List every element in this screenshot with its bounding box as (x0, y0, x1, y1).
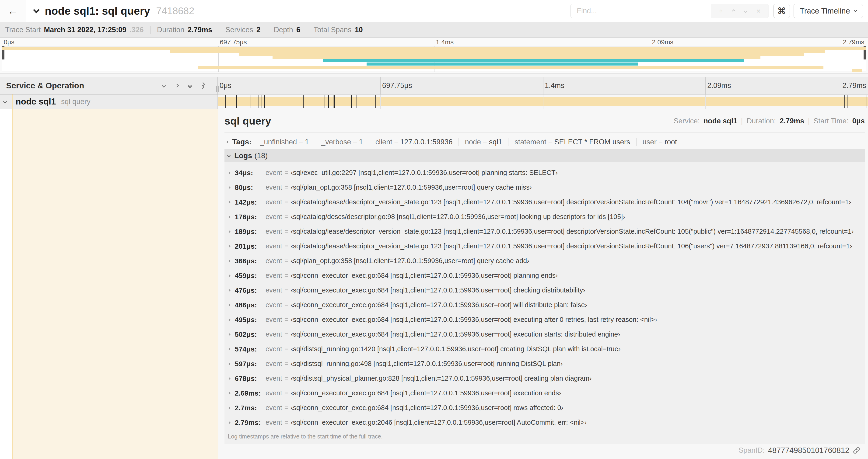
expand-log-icon (228, 377, 230, 380)
log-entry[interactable]: 80μs:event=‹sql/plan_opt.go:358 [nsql1,c… (224, 180, 865, 195)
log-field-value: ‹sql/exec_util.go:2297 [nsql1,client=127… (291, 169, 558, 176)
log-equals: = (284, 169, 288, 176)
meta-separator: | (808, 117, 810, 125)
back-arrow-icon: ← (8, 6, 19, 16)
column-resizer[interactable] (216, 86, 219, 92)
log-field-value: ‹sql/distsql_running.go:1420 [nsql1,clie… (291, 345, 621, 353)
find-input[interactable] (571, 4, 711, 18)
log-marker-tick (351, 95, 352, 108)
collapse-one-icon[interactable] (162, 84, 165, 87)
span-id-value: 4877749850101760812 (768, 446, 849, 455)
tag-item[interactable]: node=sql1 (459, 138, 508, 146)
log-marker-tick (867, 95, 867, 108)
log-entry[interactable]: 2.7ms:event=‹sql/conn_executor_exec.go:6… (224, 400, 865, 415)
summary-item: Services2 (219, 26, 260, 34)
collapse-trace-icon[interactable] (33, 7, 40, 13)
tag-item[interactable]: user=root (636, 138, 683, 146)
log-timestamp: 2.69ms: (235, 389, 262, 397)
expand-log-icon (228, 333, 230, 336)
expand-log-icon (228, 406, 230, 409)
next-match-icon[interactable] (744, 9, 748, 13)
log-entry[interactable]: 486μs:event=‹sql/conn_executor_exec.go:6… (224, 298, 865, 312)
log-entry[interactable]: 2.69ms:event=‹sql/conn_executor_exec.go:… (224, 386, 865, 400)
collapse-logs-icon (227, 154, 230, 157)
back-button[interactable]: ← (0, 0, 26, 22)
log-entry[interactable]: 2.79ms:event=‹sql/conn_executor_exec.go:… (224, 415, 865, 430)
tag-key: _unfinished (260, 138, 297, 146)
log-entry[interactable]: 459μs:event=‹sql/conn_executor_exec.go:6… (224, 268, 865, 283)
log-entry[interactable]: 495μs:event=‹sql/conn_executor_exec.go:6… (224, 312, 865, 327)
expand-log-icon (228, 304, 230, 306)
log-equals: = (284, 198, 288, 206)
log-entry[interactable]: 366μs:event=‹sql/plan_opt.go:358 [nsql1,… (224, 254, 865, 268)
log-entry[interactable]: 34μs:event=‹sql/exec_util.go:2297 [nsql1… (224, 165, 865, 180)
page-header: ← node sql1: sql query 7418682 ⌖ × ⌘ Tra… (0, 0, 868, 22)
tag-item[interactable]: statement=SELECT * FROM users (508, 138, 636, 146)
tag-equals: = (546, 138, 554, 146)
span-row[interactable]: node sql1 sql query (0, 94, 868, 109)
gridline (705, 94, 706, 109)
expand-log-icon (228, 348, 230, 350)
collapse-span-icon[interactable] (4, 100, 6, 104)
clear-find-icon[interactable]: × (756, 7, 761, 15)
log-equals: = (284, 316, 288, 324)
log-entry[interactable]: 142μs:event=‹sql/catalog/lease/descripto… (224, 195, 865, 209)
log-entry[interactable]: 502μs:event=‹sql/conn_executor_exec.go:6… (224, 327, 865, 342)
trace-view-select[interactable]: Trace Timeline (794, 4, 863, 18)
log-field-value: ‹sql/conn_executor_exec.go:2046 [nsql1,c… (291, 419, 587, 426)
summary-item-value: 6 (296, 26, 300, 34)
log-entry[interactable]: 678μs:event=‹sql/distsql_physical_planne… (224, 371, 865, 386)
start-time-value: 0μs (852, 117, 865, 125)
log-entry[interactable]: 176μs:event=‹sql/catalog/descs/descripto… (224, 209, 865, 224)
log-field-key: event (266, 330, 282, 338)
expand-log-icon (228, 260, 230, 262)
axis-label: 697.75μs (382, 81, 412, 90)
tag-item[interactable]: client=127.0.0.1:59936 (369, 138, 459, 146)
log-entry[interactable]: 201μs:event=‹sql/catalog/lease/descripto… (224, 239, 865, 254)
tag-value: root (664, 138, 677, 146)
summary-item-value: 10 (355, 26, 363, 34)
deep-link-icon[interactable] (852, 447, 861, 454)
log-field-value: ‹sql/conn_executor_exec.go:684 [nsql1,cl… (291, 316, 657, 324)
tag-value: SELECT * FROM users (554, 138, 630, 146)
log-timestamp: 459μs: (235, 272, 262, 280)
prev-match-icon[interactable] (732, 9, 736, 13)
summary-item-value: March 31 2022, 17:25:09 (44, 26, 126, 34)
log-field-value: ‹sql/catalog/descs/descriptor.go:98 [nsq… (291, 213, 625, 221)
logs-header[interactable]: Logs (18) (224, 149, 865, 162)
log-timestamp: 495μs: (235, 316, 262, 324)
expand-all-icon[interactable] (202, 83, 205, 88)
service-operation-title: Service & Operation (6, 81, 84, 90)
log-equals: = (284, 330, 288, 338)
span-track[interactable] (218, 94, 868, 109)
expand-log-icon (228, 186, 230, 189)
start-time-label: Start Time: (814, 117, 849, 125)
expand-log-icon (228, 274, 230, 277)
expand-log-icon (228, 289, 230, 292)
log-field-value: ‹sql/catalog/lease/descriptor_version_st… (291, 242, 852, 250)
tags-row[interactable]: Tags: _unfinished=1_verbose=1client=127.… (224, 135, 865, 149)
log-entry[interactable]: 597μs:event=‹sql/distsql_running.go:498 … (224, 356, 865, 371)
log-marker-tick (847, 95, 847, 108)
log-entry[interactable]: 574μs:event=‹sql/distsql_running.go:1420… (224, 342, 865, 356)
expand-log-icon (228, 362, 230, 365)
minimap-span-bar (170, 50, 825, 53)
log-entry[interactable]: 189μs:event=‹sql/catalog/lease/descripto… (224, 224, 865, 239)
tag-key: statement (515, 138, 546, 146)
locate-icon[interactable]: ⌖ (719, 7, 723, 15)
summary-item-fraction: .326 (129, 26, 144, 34)
log-entry[interactable]: 476μs:event=‹sql/conn_executor_exec.go:6… (224, 283, 865, 298)
chevron-down-icon (854, 9, 857, 12)
collapse-all-icon[interactable] (189, 84, 191, 88)
log-marker-tick (324, 95, 325, 108)
expand-one-icon[interactable] (176, 84, 178, 87)
minimap-canvas[interactable] (2, 46, 866, 72)
tag-item[interactable]: _verbose=1 (315, 138, 369, 146)
operation-name: sql query (61, 97, 91, 106)
detail-area: sql query Service: node sql1 | Duration:… (0, 109, 868, 459)
keyboard-shortcuts-button[interactable]: ⌘ (774, 4, 790, 18)
span-name-cell[interactable]: node sql1 sql query (0, 94, 218, 109)
tag-item[interactable]: _unfinished=1 (254, 138, 315, 146)
log-field-value: ‹sql/plan_opt.go:358 [nsql1,client=127.0… (291, 257, 529, 265)
summary-item-label: Total Spans (314, 26, 351, 34)
